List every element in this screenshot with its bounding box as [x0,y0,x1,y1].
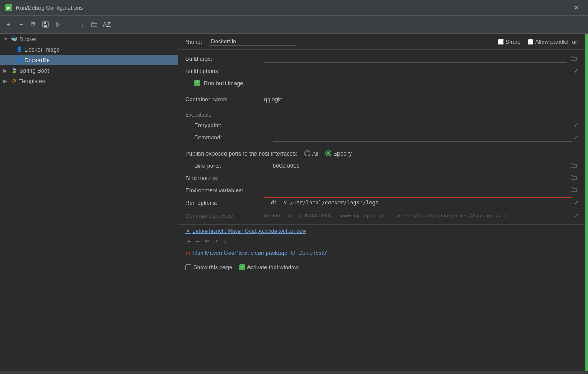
show-page-text: Show this page [193,264,232,270]
share-label: Share [505,38,521,45]
env-vars-row: Environment variables: [185,184,578,196]
app-icon: ▶ [5,4,12,11]
show-page-label[interactable]: Show this page [185,264,232,270]
launch-remove-button[interactable]: − [194,237,201,246]
bind-ports-browse-button[interactable] [569,161,578,170]
build-args-browse-button[interactable] [569,54,578,63]
radio-group: All Specify [304,150,352,157]
share-checkbox[interactable] [498,39,504,45]
activate-tool-checkbox[interactable] [239,264,245,270]
name-input[interactable] [209,37,296,46]
spring-arrow-icon: ▶ [3,68,9,73]
before-launch-header[interactable]: ▼ Before launch: Maven Goal, Activate to… [185,228,578,234]
command-preview-label: Command preview: [185,212,264,219]
command-preview-expand-button[interactable]: ⤢ [574,212,578,218]
add-config-button[interactable]: + [3,19,14,30]
templates-arrow-icon: ▶ [3,79,9,83]
maven-goal-item[interactable]: m Run Maven Goal 'test: clean package -U… [185,248,578,257]
dockerfile-label: Dockerfile [24,57,50,63]
command-preview-row: Command preview: docker run -p 8008:8008… [185,209,578,222]
docker-icon: 🐳 [10,35,17,42]
docker-label: Docker [19,36,37,42]
title-bar-left: ▶ Run/Debug Configurations [5,4,83,11]
env-vars-browse-button[interactable] [569,186,578,194]
before-launch-label: Before launch: Maven Goal, Activate tool… [192,228,306,234]
tree-item-templates[interactable]: ▶ ⚙ Templates [0,76,178,86]
activate-tool-text: Activate tool window [247,264,299,270]
move-down-button[interactable]: ↓ [77,19,87,30]
before-launch-section: ▼ Before launch: Maven Goal, Activate to… [178,224,585,261]
docker-image-icon: 👤 [16,46,23,53]
run-built-image-checkbox[interactable] [194,80,200,86]
remove-config-button[interactable]: − [16,19,26,30]
parallel-checkbox[interactable] [528,39,533,45]
run-options-expand-button[interactable]: ⤢ [574,200,578,206]
right-panel: Name: Share Allow parallel run Build arg… [178,34,585,371]
build-args-row: Build args: [185,52,578,65]
bind-mounts-row: Bind mounts: [185,172,578,184]
maven-goal-label: Run Maven Goal 'test: clean package -U -… [193,249,327,256]
bind-mounts-browse-button[interactable] [569,173,578,182]
build-args-label: Build args: [185,55,264,62]
scroll-indicator [585,34,588,371]
container-name-row: Container name: qqlogin [185,93,578,105]
launch-up-button[interactable]: ↑ [213,237,220,246]
tree-item-dockerfile[interactable]: 👤 Dockerfile [0,55,178,65]
specify-radio-label-text: Specify [333,150,352,157]
publish-ports-label: Publish exposed ports to the host interf… [185,150,297,157]
launch-down-button[interactable]: ↓ [222,237,228,246]
templates-icon: ⚙ [10,77,17,84]
move-up-button[interactable]: ↑ [65,19,75,30]
activate-tool-label[interactable]: Activate tool window [239,264,299,270]
all-radio[interactable] [304,150,310,156]
dockerfile-icon: 👤 [16,56,23,63]
tree-item-spring-boot[interactable]: ▶ 🍃 Spring Boot [0,65,178,76]
header-options: Share Allow parallel run [498,38,578,45]
config-header: Name: Share Allow parallel run [178,34,585,50]
copy-config-button[interactable]: ⧉ [28,19,38,30]
run-options-input[interactable]: -di -v /usr/local/docker/logs:/logs [264,197,572,208]
bind-ports-row: Bind ports: 8008:8008 [185,159,578,172]
specify-radio[interactable] [325,150,331,156]
tree-item-docker[interactable]: ▼ 🐳 Docker [0,34,178,44]
spring-boot-label: Spring Boot [19,67,49,74]
launch-edit-button[interactable]: ✏ [203,237,212,246]
all-radio-label[interactable]: All [304,150,318,157]
svg-rect-2 [44,25,47,27]
main-container: ▼ 🐳 Docker 👤 Docker Image 👤 Dockerfile ▶… [0,34,588,371]
container-name-label: Container name: [185,96,264,103]
sort-button[interactable]: AZ [101,19,112,30]
build-options-row: Build options: ⤢ [185,65,578,77]
bind-ports-value: 8008:8008 [273,163,567,169]
show-page-checkbox[interactable] [185,264,191,270]
share-checkbox-label[interactable]: Share [498,38,521,45]
command-expand-button[interactable]: ⤢ [574,134,578,140]
entrypoint-label: Entrypoint: [185,122,273,128]
docker-image-label: Docker Image [24,46,60,53]
tree-item-docker-image[interactable]: 👤 Docker Image [0,44,178,55]
settings-button[interactable]: ⚙ [52,19,63,30]
parallel-checkbox-label[interactable]: Allow parallel run [528,38,578,45]
bottom-options: Show this page Activate tool window [178,261,585,273]
entrypoint-row: Entrypoint: ⤢ [185,119,578,131]
container-name-value: qqlogin [264,96,578,103]
launch-add-button[interactable]: + [185,237,192,246]
entrypoint-expand-button[interactable]: ⤢ [574,122,578,128]
run-options-label: Run options: [185,200,264,206]
run-options-row: Run options: -di -v /usr/local/docker/lo… [185,196,578,209]
build-options-expand-button[interactable]: ⤢ [574,68,578,74]
bind-ports-label: Bind ports: [185,163,273,169]
maven-icon: m [185,249,191,256]
build-args-section: Build args: Build options: ⤢ Run built i… [178,50,585,224]
name-label: Name: [185,38,202,45]
command-preview-value: docker run -p 8008:8008 --name qqlogin -… [264,213,572,218]
specify-radio-label[interactable]: Specify [325,150,352,157]
parallel-label: Allow parallel run [535,38,578,45]
folder-button[interactable] [89,19,100,30]
bottom-bar: ? https://blog.csdn.net/foxException OK … [0,371,588,374]
save-config-button[interactable] [40,19,51,30]
run-built-image-row: Run built image [185,77,578,89]
executable-section-header: Executable [185,109,578,119]
spring-icon: 🍃 [10,67,17,74]
close-button[interactable]: ✕ [570,2,583,14]
